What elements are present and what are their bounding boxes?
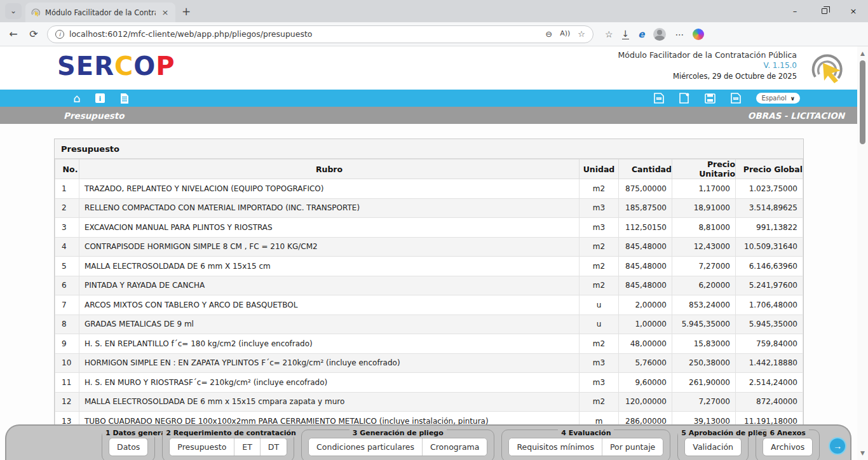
cell-rubro: MALLA ELECTROSOLDADA DE 6 mm x 15x15 cmp… — [79, 392, 580, 412]
favorite-star-icon[interactable]: ☆ — [578, 29, 585, 39]
copilot-icon[interactable] — [693, 29, 704, 40]
wizard-button-group: Datos — [109, 438, 148, 456]
wizard-button-validaci-n[interactable]: Validación — [685, 438, 741, 456]
address-bar[interactable]: i localhost:6012/mfc-cliente/web/app.php… — [47, 25, 593, 43]
app-version: V. 1.15.0 — [618, 61, 797, 70]
cell-cantidad: 1,00000 — [619, 315, 672, 334]
cell-precio_global: 3.514,89625 — [736, 198, 803, 218]
url-text[interactable]: localhost:6012/mfc-cliente/web/app.php/p… — [69, 29, 540, 39]
wizard-button-condiciones-particulares[interactable]: Condiciones particulares — [309, 438, 422, 456]
table-row: 9H. S. EN REPLANTILLO f´c= 180 kg/cm2 (i… — [55, 334, 803, 354]
zoom-out-icon[interactable]: ⊖ — [545, 29, 552, 39]
scrollbar-thumb[interactable] — [860, 60, 865, 144]
table-row: 8GRADAS METALICAS DE 9 mlu1,000005.945,3… — [55, 315, 803, 334]
cell-cantidad: 48,00000 — [619, 334, 672, 354]
next-step-button[interactable]: → — [829, 437, 846, 455]
read-aloud-icon[interactable]: A)) — [560, 29, 570, 39]
app-header: SERCOP Módulo Facilitador de la Contrata… — [0, 46, 857, 90]
cell-no: 8 — [55, 315, 79, 334]
mfc-logo-icon — [806, 51, 846, 85]
tab-search-button[interactable]: ⌄ — [5, 3, 22, 19]
wizard-button-group: Requisitos mínimosPor puntaje — [508, 438, 663, 456]
ie-mode-icon[interactable]: e — [638, 29, 644, 40]
cell-no: 12 — [55, 392, 79, 412]
cell-no: 11 — [55, 373, 79, 393]
budget-table: No. Rubro Unidad Cantidad Precio Unitari… — [55, 159, 803, 431]
wizard-button-datos[interactable]: Datos — [109, 438, 147, 456]
wizard-button-group: PresupuestoETDT — [169, 438, 287, 456]
table-row: 7ARCOS MIXTOS CON TABLERO Y ARCO DE BASQ… — [55, 295, 803, 315]
scroll-down-icon[interactable]: ▼ — [859, 450, 866, 456]
logo-c: C — [114, 51, 133, 81]
pdf-download-icon[interactable]: PDF — [731, 93, 741, 104]
profile-avatar[interactable] — [653, 28, 666, 41]
wizard-section: 4 EvaluaciónRequisitos mínimosPor puntaj… — [501, 430, 670, 460]
wizard-button-cronograma[interactable]: Cronograma — [422, 438, 487, 456]
cell-rubro: HORMIGON SIMPLE EN : EN ZAPATA YPLINTOS … — [79, 353, 580, 373]
site-info-icon[interactable]: i — [55, 30, 64, 39]
table-row: 3EXCAVACION MANUAL PARA PLINTOS Y RIOSTR… — [55, 218, 803, 238]
settings-more-icon[interactable]: ⋯ — [675, 29, 684, 39]
cell-precio_unitario: 7,27000 — [672, 392, 736, 412]
table-row: 10HORMIGON SIMPLE EN : EN ZAPATA YPLINTO… — [55, 353, 803, 373]
logo-ser: SER — [57, 51, 114, 81]
cell-unidad: m2 — [580, 179, 619, 199]
browser-tab[interactable]: Módulo Facilitador de la Contrata × — [25, 3, 175, 22]
cell-no: 1 — [55, 179, 79, 199]
minimize-button[interactable]: – — [780, 0, 810, 22]
wizard-button-presupuesto[interactable]: Presupuesto — [170, 438, 234, 456]
cell-cantidad: 845,48000 — [619, 276, 672, 295]
wizard-button-archivos[interactable]: Archivos — [763, 438, 812, 456]
wizard-section: 5 Aprobación de pliegosValidación — [677, 430, 749, 460]
cell-no: 7 — [55, 295, 79, 315]
tab-close-icon[interactable]: × — [160, 8, 170, 17]
cell-precio_unitario: 250,38000 — [672, 353, 736, 373]
wizard-button-por-puntaje[interactable]: Por puntaje — [602, 438, 663, 456]
cell-cantidad: 875,00000 — [619, 179, 672, 199]
cell-unidad: m2 — [580, 392, 619, 412]
cell-cantidad: 112,50150 — [619, 218, 672, 238]
home-icon[interactable]: ⌂ — [73, 91, 80, 105]
svg-text:PDF: PDF — [657, 97, 661, 100]
language-select[interactable]: Español ∨ — [756, 93, 800, 104]
reload-icon[interactable]: ⟳ — [27, 28, 41, 40]
vertical-scrollbar[interactable]: ▲ ▼ — [857, 46, 868, 460]
wizard-button-requisitos-m-nimos[interactable]: Requisitos mínimos — [509, 438, 602, 456]
cell-precio_unitario: 1,17000 — [672, 179, 736, 199]
table-header-row: No. Rubro Unidad Cantidad Precio Unitari… — [55, 159, 803, 179]
new-tab-button[interactable]: + — [182, 5, 191, 18]
favorites-list-icon[interactable]: ☆ — [605, 29, 613, 39]
cell-cantidad: 9,60000 — [619, 373, 672, 393]
col-header-cantidad: Cantidad — [619, 159, 672, 179]
section-title: Presupuesto — [64, 111, 125, 121]
wizard-button-group: Validación — [684, 438, 742, 456]
cell-no: 10 — [55, 353, 79, 373]
budget-card-title: Presupuesto — [55, 139, 803, 159]
document-icon[interactable] — [120, 93, 129, 104]
close-window-button[interactable]: × — [839, 0, 868, 22]
pdf-export-icon[interactable]: PDF — [654, 93, 664, 104]
save-icon[interactable] — [705, 93, 715, 104]
info-icon[interactable]: i — [95, 93, 105, 103]
table-row: 12MALLA ELECTROSOLDADA DE 6 mm x 15x15 c… — [55, 392, 803, 412]
downloads-icon[interactable]: ↓ — [622, 29, 630, 39]
wizard-section-label: 6 Anexos — [756, 426, 819, 438]
main-navbar: ⌂ i PDF PDF Español ∨ — [0, 90, 857, 107]
cell-rubro: H. S. EN REPLANTILLO f´c= 180 kg/cm2 (in… — [79, 334, 580, 354]
wizard-section: 1 Datos generalesDatos — [102, 430, 155, 460]
wizard-section: 3 Generación de pliegoCondiciones partic… — [301, 430, 494, 460]
scroll-up-icon[interactable]: ▲ — [859, 50, 866, 57]
col-header-precio-unitario: Precio Unitario — [672, 159, 736, 179]
cell-unidad: m2 — [580, 257, 619, 276]
table-row: 11H. S. EN MURO Y RIOSTRASF´c= 210kg/cm²… — [55, 373, 803, 393]
cell-precio_unitario: 18,91000 — [672, 198, 736, 218]
wizard-button-et[interactable]: ET — [234, 438, 260, 456]
back-icon[interactable]: ← — [6, 28, 20, 40]
favicon-mfc-icon — [31, 8, 41, 18]
restore-button[interactable] — [810, 0, 839, 22]
wizard-button-dt[interactable]: DT — [260, 438, 287, 456]
new-document-icon[interactable] — [679, 93, 689, 104]
table-row: 1TRAZADO, REPLANTEO Y NIVELACION (EQUIPO… — [55, 179, 803, 199]
cell-precio_global: 6.146,63960 — [736, 257, 803, 276]
cell-rubro: GRADAS METALICAS DE 9 ml — [79, 315, 580, 334]
